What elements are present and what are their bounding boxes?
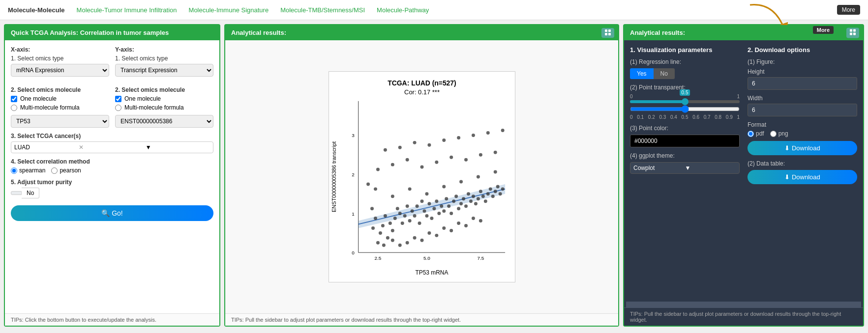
- svg-point-83: [390, 163, 394, 166]
- toggle-off-side: [11, 191, 22, 195]
- one-molecule-y-row: One molecule: [115, 95, 213, 102]
- ggplot-theme-select-wrap[interactable]: Cowplot ▼: [630, 162, 740, 174]
- section1-title: 1. Visualization parameters: [630, 46, 740, 54]
- point-transparent-slider[interactable]: [630, 105, 740, 113]
- figure-download-button[interactable]: ⬇ Download: [748, 141, 857, 155]
- slider-wrap: 0 1 0.5 00.10.20.30.40.50.60.70.80.91: [630, 94, 740, 120]
- x-molecule-select[interactable]: TP53: [11, 115, 109, 128]
- svg-point-58: [481, 194, 484, 198]
- svg-point-94: [427, 143, 431, 147]
- pearson-label: pearson: [60, 167, 81, 174]
- more-button[interactable]: More: [837, 5, 860, 15]
- go-button[interactable]: 🔍 Go!: [11, 205, 213, 221]
- svg-point-60: [486, 192, 489, 195]
- point-color-label: (3) Point color:: [630, 125, 740, 132]
- pdf-label: pdf: [756, 130, 764, 137]
- svg-point-92: [398, 146, 401, 149]
- download-col: 2. Download options (1) Figure: Height W…: [748, 46, 857, 189]
- figure-label: (1) Figure:: [748, 58, 857, 65]
- svg-point-61: [488, 187, 492, 191]
- multi-formula-x-label: Multi-molecule formula: [20, 104, 80, 111]
- multi-formula-y-label: Multi-molecule formula: [124, 104, 184, 111]
- pearson-radio[interactable]: [51, 167, 58, 174]
- right-more-btn[interactable]: More: [813, 26, 834, 34]
- xmolecule-col: 2. Select omics molecule One molecule Mu…: [11, 82, 109, 128]
- spearman-option[interactable]: spearman: [11, 167, 45, 174]
- one-molecule-x-check[interactable]: [11, 96, 17, 102]
- svg-point-64: [496, 185, 499, 188]
- svg-point-45: [449, 212, 453, 215]
- width-input[interactable]: [748, 104, 857, 116]
- pdf-option[interactable]: pdf: [748, 130, 764, 137]
- svg-point-25: [400, 222, 404, 225]
- yaxis-label: Y-axis:: [115, 46, 213, 53]
- slider-track: 0.5: [630, 100, 740, 103]
- one-molecule-y-check[interactable]: [115, 96, 121, 102]
- ggplot-chevron-icon[interactable]: ▼: [685, 165, 737, 171]
- png-radio[interactable]: [770, 131, 777, 137]
- multi-formula-y-radio[interactable]: [115, 105, 121, 111]
- height-input[interactable]: [748, 77, 857, 90]
- tcga-clear-icon[interactable]: ✕: [79, 144, 143, 151]
- svg-text:0: 0: [352, 250, 355, 255]
- xaxis-col: X-axis: 1. Select omics type mRNA Expres…: [11, 46, 109, 77]
- svg-rect-0: [605, 29, 607, 32]
- nav-immune-signature[interactable]: Molecule-Immune Signature: [189, 6, 269, 14]
- svg-point-108: [493, 170, 497, 174]
- tcga-chevron-icon[interactable]: ▼: [146, 144, 210, 151]
- correlation-method-group: spearman pearson: [11, 167, 213, 174]
- scatter-dots: [366, 129, 505, 247]
- svg-point-62: [491, 194, 494, 198]
- nav-tmb-stemness[interactable]: Molecule-TMB/Stemness/MSI: [280, 6, 365, 14]
- height-label: Height: [748, 68, 857, 75]
- svg-text:3: 3: [352, 133, 355, 138]
- multi-formula-x-row: Multi-molecule formula: [11, 104, 109, 111]
- svg-point-30: [413, 214, 416, 218]
- svg-point-86: [435, 161, 438, 164]
- svg-point-99: [501, 129, 504, 132]
- svg-point-80: [471, 217, 475, 220]
- no-button[interactable]: No: [654, 68, 675, 79]
- svg-text:2.5: 2.5: [374, 255, 381, 261]
- yes-button[interactable]: Yes: [630, 68, 654, 79]
- svg-point-103: [408, 187, 411, 191]
- svg-point-90: [493, 151, 497, 154]
- slider-thumb[interactable]: 0.5: [682, 98, 688, 105]
- one-molecule-x-row: One molecule: [11, 95, 109, 102]
- pdf-radio[interactable]: [748, 131, 754, 137]
- svg-point-97: [471, 134, 475, 137]
- mid-panel-header: Analytical results:: [225, 25, 618, 40]
- svg-point-79: [464, 224, 468, 227]
- pearson-option[interactable]: pearson: [51, 167, 81, 174]
- spearman-radio[interactable]: [11, 167, 17, 174]
- right-scrollbar[interactable]: [626, 302, 861, 307]
- svg-point-18: [383, 214, 387, 218]
- svg-point-70: [398, 244, 401, 247]
- toggle-no-label[interactable]: No: [22, 188, 39, 198]
- one-molecule-y-label: One molecule: [124, 95, 161, 102]
- y-axis-label: ENST00000005386 transcript: [330, 141, 336, 212]
- nav-pathway[interactable]: Molecule-Pathway: [377, 6, 429, 14]
- step1-y-label: 1. Select omics type: [115, 55, 213, 62]
- svg-point-56: [476, 197, 479, 200]
- multi-formula-x-radio[interactable]: [11, 105, 17, 111]
- png-option[interactable]: png: [770, 130, 788, 137]
- omics-type-x-select[interactable]: mRNA Expression: [11, 64, 109, 77]
- svg-point-24: [398, 212, 401, 215]
- mid-panel-icon-btn[interactable]: [601, 28, 614, 38]
- point-color-input[interactable]: #000000: [630, 135, 740, 147]
- datatable-download-button[interactable]: ⬇ Download: [748, 170, 857, 184]
- svg-point-29: [410, 209, 414, 213]
- mid-panel: Analytical results: TCGA: LUAD (n=527) C…: [224, 24, 619, 327]
- right-panel-icon-btn[interactable]: [846, 28, 859, 38]
- nav-tumor-immune[interactable]: Molecule-Tumor Immune Infiltration: [77, 6, 177, 14]
- y-molecule-select[interactable]: ENST00000005386: [115, 115, 213, 128]
- tcga-select-wrap[interactable]: LUAD ✕ ▼: [11, 141, 213, 153]
- svg-rect-1: [608, 29, 611, 32]
- svg-text:2: 2: [352, 172, 355, 177]
- svg-point-32: [418, 222, 421, 225]
- nav-molecule-molecule[interactable]: Molecule-Molecule: [8, 6, 65, 14]
- right-body: 1. Visualization parameters (1) Regressi…: [624, 40, 863, 302]
- svg-point-13: [371, 226, 375, 230]
- omics-type-y-select[interactable]: Transcript Expression: [115, 64, 213, 77]
